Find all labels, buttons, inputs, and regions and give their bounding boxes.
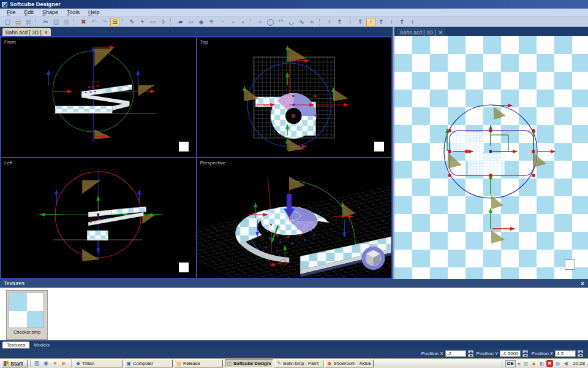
mirror-tool[interactable]: ◈ [197, 18, 206, 26]
menu-tools[interactable]: Tools [62, 9, 84, 17]
task-release[interactable]: ▨ Release [175, 359, 223, 367]
open-file-button[interactable]: ▤ [13, 18, 23, 26]
task-icon: ▣ [127, 361, 132, 366]
task-showroom[interactable]: ◉ Showroom - Aktuelle Arb... [325, 359, 374, 367]
tab-close-icon[interactable]: × [45, 29, 48, 36]
panel-tab-bar: TexturesModels [0, 340, 588, 348]
viewport-label: Front [4, 39, 16, 45]
quicklaunch-show-desktop-icon[interactable]: ▥ [33, 359, 41, 367]
title-bar[interactable]: Softcube Designer [0, 0, 588, 9]
viewport-corner-marker[interactable] [179, 263, 189, 272]
tray-network-icon[interactable]: ▥ [522, 360, 529, 367]
panel-tab-models[interactable]: Models [29, 342, 54, 348]
add-point-tool[interactable]: + [138, 18, 147, 26]
textures-panel-header: Textures × [0, 279, 588, 288]
language-indicator[interactable]: DE [505, 360, 516, 367]
tray-alert-icon[interactable]: ✖ [546, 360, 553, 367]
align-tool[interactable]: ≡ [207, 18, 216, 26]
spinner-up-icon[interactable] [522, 350, 528, 353]
tray-antivirus-icon[interactable]: ▲ [530, 360, 537, 367]
tab-bahn-3d[interactable]: Bahn.acd [ 3D ] × [2, 28, 51, 36]
tray-chevron-icon[interactable]: « [518, 361, 521, 367]
raise-segment-3-button[interactable]: ↑ [345, 18, 355, 26]
tab-close-icon[interactable]: × [439, 29, 442, 36]
new-file-button[interactable]: ▢ [3, 18, 12, 26]
task-softcube-designer[interactable]: ▢ Softcube Designer [225, 359, 273, 367]
spinner-down-icon[interactable] [578, 354, 583, 357]
arc-up-tool[interactable]: ◠ [276, 18, 285, 26]
viewport-front[interactable]: Front [1, 37, 196, 157]
extrude-tool[interactable]: ▰ [176, 18, 185, 26]
viewport-label: Perspective [200, 160, 226, 166]
checker-texture-thumbnail [9, 293, 44, 328]
clock[interactable]: 10:28 [573, 361, 585, 366]
ellipse-tool[interactable]: ◯ [266, 18, 275, 26]
task-bahn-bmp-paint[interactable]: ✎ Bahn.bmp - Paint [275, 359, 323, 367]
move-point-tool[interactable]: ◊ [159, 18, 168, 26]
quicklaunch-firefox-icon[interactable]: ● [51, 359, 59, 367]
viewport-layout-toggle[interactable]: ⊞ [110, 18, 119, 26]
raise-segment-5-button[interactable]: ↑ [366, 18, 375, 26]
viewport-top[interactable]: Top [197, 37, 392, 157]
raise-segment-1-button[interactable]: ↑ [325, 18, 334, 26]
cut-button[interactable]: ✂ [41, 18, 50, 26]
task-label: Bahn.bmp - Paint [283, 361, 318, 366]
rect-select-tool[interactable]: ▭ [148, 18, 157, 26]
menu-shape[interactable]: Shape [38, 9, 62, 17]
panel-tab-textures[interactable]: Textures [2, 342, 29, 348]
left-view-canvas [1, 158, 196, 278]
position-input[interactable]: -2 [445, 350, 466, 357]
menu-file[interactable]: File [2, 9, 20, 17]
viewport-left[interactable]: Left [1, 158, 196, 278]
position-input[interactable]: 4.5 [555, 350, 576, 357]
spinner-control[interactable] [468, 350, 473, 357]
edit-shape-tool[interactable]: ✎ [127, 18, 137, 26]
quicklaunch-browser-icon[interactable]: ◉ [42, 359, 50, 367]
loft-tool[interactable]: ▱ [186, 18, 195, 26]
viewport-perspective[interactable]: Perspective [197, 158, 392, 278]
delete-button[interactable]: ✖ [79, 18, 88, 26]
curve-tool[interactable]: ∿ [297, 18, 306, 26]
raise-segment-7-button[interactable]: ↑ [387, 18, 396, 26]
copy-button[interactable]: ◫ [51, 18, 61, 26]
raise-segment-8-button[interactable]: ⇑ [398, 18, 407, 26]
quicklaunch-media-icon[interactable]: ▶ [61, 359, 69, 367]
tray-globe-icon[interactable]: ◍ [554, 360, 561, 367]
viewport-corner-marker[interactable] [374, 142, 384, 151]
spinner-up-icon[interactable] [578, 350, 583, 353]
menu-edit[interactable]: Edit [20, 9, 39, 17]
arc-down-tool[interactable]: ◡ [287, 18, 296, 26]
smooth-tool[interactable]: ≈ [307, 18, 317, 26]
close-icon[interactable]: × [581, 280, 584, 287]
position-input[interactable]: -1.5000 [500, 350, 521, 357]
spinner-control[interactable] [578, 350, 583, 357]
tray-tool-icon[interactable]: ◧ [538, 360, 545, 367]
menu-help[interactable]: Help [84, 9, 104, 17]
texture-2d-view[interactable] [394, 36, 588, 279]
tray-volume-icon[interactable]: ◀ [562, 360, 569, 367]
raise-segment-9-button[interactable]: ↑ [408, 18, 417, 26]
task-computer[interactable]: ▣ Computer [124, 359, 173, 367]
raise-segment-4-button[interactable]: ⇑ [356, 18, 365, 26]
window-title: Softcube Designer [10, 1, 61, 7]
spinner-down-icon[interactable] [522, 354, 528, 357]
spinner-down-icon[interactable] [468, 354, 473, 357]
redo-button: ↷ [100, 18, 109, 26]
tab-bahn-2d[interactable]: Bahn.acd [ 2D ] × [397, 28, 445, 36]
raise-segment-2-button[interactable]: ⇑ [335, 18, 344, 26]
rotate-270-tool: ◕ [238, 18, 247, 26]
start-button[interactable]: Start [1, 359, 28, 367]
position-label: Position Z [531, 351, 553, 356]
circle-tool[interactable]: ○ [255, 18, 265, 26]
texture-item-checker[interactable]: Checker.bmp [6, 290, 48, 340]
position-x-field: Position X -2 [421, 350, 473, 357]
textures-list: Checker.bmp [0, 288, 588, 340]
toolbar-separator [36, 18, 39, 26]
spinner-up-icon[interactable] [468, 350, 473, 353]
task-trillan[interactable]: ◆ Trillan [74, 359, 123, 367]
viewport-corner-marker[interactable] [565, 259, 575, 270]
position-label: Position X [421, 351, 443, 356]
viewport-corner-marker[interactable] [179, 142, 189, 151]
raise-segment-6-button[interactable]: ⇑ [377, 18, 386, 26]
spinner-control[interactable] [522, 350, 528, 357]
